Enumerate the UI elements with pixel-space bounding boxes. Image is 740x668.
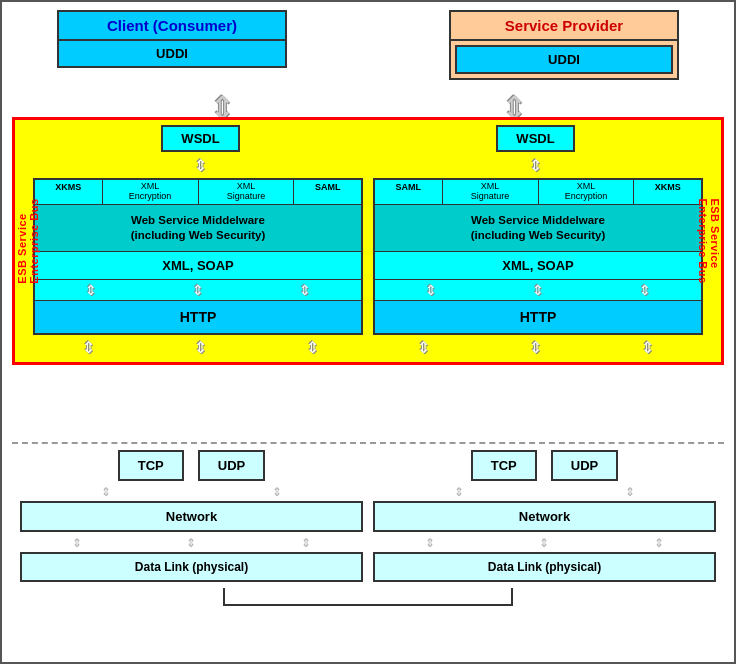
right-middleware: Web Service Middelware(including Web Sec…: [375, 205, 701, 252]
wsdl-row: WSDL WSDL: [33, 125, 703, 152]
provider-wsdl: WSDL: [496, 125, 574, 152]
bottom-left-arrows-1: ⇕ ⇕: [20, 485, 363, 499]
bottom-panels-row: TCP UDP ⇕ ⇕ Network ⇕ ⇕ ⇕ Data Link (phy…: [12, 450, 724, 582]
left-tcp: TCP: [118, 450, 184, 481]
bottom-left-tcp-udp: TCP UDP: [20, 450, 363, 481]
bottom-right: TCP UDP ⇕ ⇕ Network ⇕ ⇕ ⇕ Data Link (phy…: [373, 450, 716, 582]
esb-arrows-1: ⇕ ⇕: [33, 156, 703, 175]
bracket: [223, 588, 513, 606]
esb-bottom-arrows: ⇕ ⇕ ⇕ ⇕ ⇕ ⇕: [33, 338, 703, 357]
client-box: Client (Consumer) UDDI: [57, 10, 287, 68]
token-xml-enc-right: XMLEncryption: [539, 180, 635, 204]
left-mid-arrows: ⇕ ⇕ ⇕: [35, 280, 361, 301]
right-xml-soap: XML, SOAP: [375, 252, 701, 280]
token-xml-enc-left: XMLEncryption: [103, 180, 199, 204]
right-http: HTTP: [375, 301, 701, 333]
right-tcp: TCP: [471, 450, 537, 481]
token-xml-sig-right: XMLSignature: [443, 180, 539, 204]
right-network: Network: [373, 501, 716, 532]
bottom-right-arrows-1: ⇕ ⇕: [373, 485, 716, 499]
token-saml-left: SAML: [294, 180, 361, 204]
client-uddi: UDDI: [59, 41, 285, 66]
left-udp: UDP: [198, 450, 265, 481]
esb-label-right: ESB ServiceEnterprise Bus: [696, 198, 720, 283]
esb-area: ESB ServiceEnterprise Bus ESB ServiceEnt…: [12, 117, 724, 365]
left-xml-soap: XML, SOAP: [35, 252, 361, 280]
left-middleware: Web Service Middelware(including Web Sec…: [35, 205, 361, 252]
bottom-right-tcp-udp: TCP UDP: [373, 450, 716, 481]
token-xkms-left: XKMS: [35, 180, 103, 204]
right-esb-panel: SAML XMLSignature XMLEncryption XKMS Web…: [373, 178, 703, 335]
bottom-right-arrows-2: ⇕ ⇕ ⇕: [373, 536, 716, 550]
token-xml-sig-left: XMLSignature: [199, 180, 295, 204]
client-wsdl: WSDL: [161, 125, 239, 152]
left-tokens: XKMS XMLEncryption XMLSignature SAML: [35, 180, 361, 205]
left-network: Network: [20, 501, 363, 532]
right-tokens: SAML XMLSignature XMLEncryption XKMS: [375, 180, 701, 205]
client-title: Client (Consumer): [59, 12, 285, 41]
right-udp: UDP: [551, 450, 618, 481]
bottom-left-arrows-2: ⇕ ⇕ ⇕: [20, 536, 363, 550]
bracket-row: [12, 588, 724, 606]
token-xkms-right: XKMS: [634, 180, 701, 204]
bottom-section: TCP UDP ⇕ ⇕ Network ⇕ ⇕ ⇕ Data Link (phy…: [12, 442, 724, 606]
left-http: HTTP: [35, 301, 361, 333]
right-mid-arrows: ⇕ ⇕ ⇕: [375, 280, 701, 301]
provider-uddi: UDDI: [455, 45, 673, 74]
esb-label-left: ESB ServiceEnterprise Bus: [16, 198, 40, 283]
left-esb-panel: XKMS XMLEncryption XMLSignature SAML Web…: [33, 178, 363, 335]
token-saml-right: SAML: [375, 180, 443, 204]
diagram-container: Client (Consumer) UDDI Service Provider …: [0, 0, 736, 664]
left-datalink: Data Link (physical): [20, 552, 363, 582]
esb-panels: XKMS XMLEncryption XMLSignature SAML Web…: [33, 178, 703, 335]
right-datalink: Data Link (physical): [373, 552, 716, 582]
provider-title: Service Provider: [451, 12, 677, 41]
bottom-left: TCP UDP ⇕ ⇕ Network ⇕ ⇕ ⇕ Data Link (phy…: [20, 450, 363, 582]
provider-box: Service Provider UDDI: [449, 10, 679, 80]
